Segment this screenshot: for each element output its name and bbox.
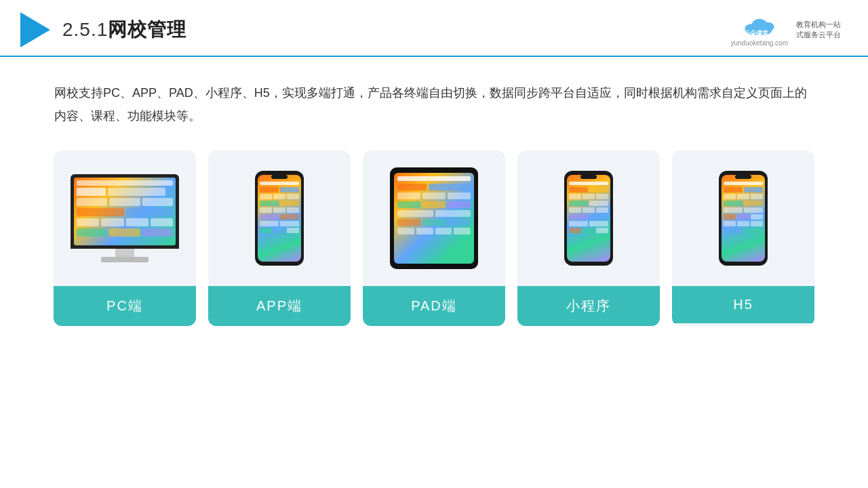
brand-triangle-icon	[20, 12, 50, 47]
pc-label: PC端	[54, 286, 196, 326]
pc-image-area	[54, 150, 196, 286]
brand-logo: 云朵课堂 yunduoketang.com	[730, 14, 788, 47]
h5-label: H5	[672, 286, 814, 323]
pc-screen-inner	[74, 178, 176, 245]
miniapp-phone-outer	[564, 171, 613, 266]
h5-card: H5	[672, 150, 814, 326]
phone-notch	[271, 175, 288, 179]
pc-mockup	[71, 174, 179, 262]
h5-image-area	[672, 150, 814, 286]
page-title: 2.5.1网校管理	[62, 17, 186, 43]
miniapp-phone-screen	[567, 175, 610, 262]
miniapp-phone-mockup	[564, 171, 613, 266]
miniapp-label: 小程序	[517, 286, 660, 326]
page-header: 2.5.1网校管理 云朵课堂 yunduoketang.com 教育机构一站 式…	[0, 0, 868, 57]
phone-outer	[255, 171, 304, 266]
h5-phone-screen	[722, 175, 765, 262]
cloud-icon: 云朵课堂	[739, 14, 780, 38]
h5-phone-mockup	[719, 171, 768, 266]
miniapp-card: 小程序	[517, 150, 660, 326]
miniapp-image-area	[517, 150, 660, 286]
brand-slogan: 教育机构一站 式服务云平台	[796, 20, 841, 41]
header-right: 云朵课堂 yunduoketang.com 教育机构一站 式服务云平台	[730, 14, 841, 47]
header-left: 2.5.1网校管理	[20, 12, 186, 47]
app-card: APP端	[208, 150, 351, 326]
pc-card: PC端	[54, 150, 196, 326]
h5-phone-notch	[735, 175, 751, 179]
svg-text:云朵课堂: 云朵课堂	[744, 28, 769, 36]
brand-url: yunduoketang.com	[730, 39, 788, 47]
phone-screen	[258, 175, 301, 262]
pad-screen	[394, 173, 474, 264]
pad-label: PAD端	[363, 286, 505, 326]
miniapp-phone-notch	[580, 175, 597, 179]
phone-mockup	[255, 171, 304, 266]
pc-neck	[115, 249, 134, 257]
app-label: APP端	[208, 286, 351, 326]
pad-outer	[390, 167, 478, 269]
device-cards-container: PC端	[0, 144, 868, 326]
pad-mockup	[390, 167, 478, 269]
page-description: 网校支持PC、APP、PAD、小程序、H5，实现多端打通，产品各终端自由切换，数…	[0, 57, 868, 144]
pad-card: PAD端	[363, 150, 505, 326]
pc-screen-outer	[71, 174, 179, 249]
h5-phone-outer	[719, 171, 768, 266]
pc-base	[101, 257, 149, 262]
pad-image-area	[363, 150, 505, 286]
app-image-area	[208, 150, 351, 286]
